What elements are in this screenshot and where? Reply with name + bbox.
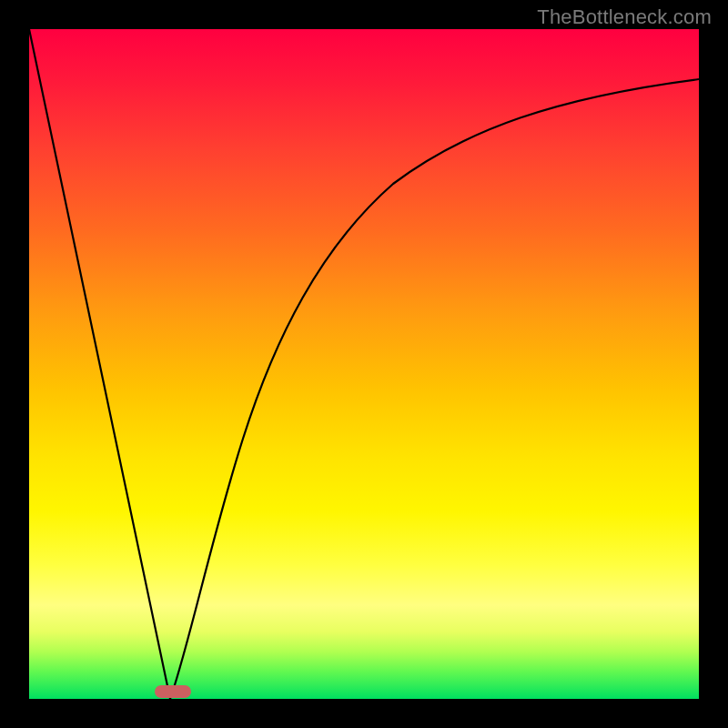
optimal-marker	[155, 685, 191, 698]
watermark-text: TheBottleneck.com	[537, 5, 712, 29]
plot-area	[29, 29, 699, 699]
chart-frame: TheBottleneck.com	[0, 0, 728, 728]
